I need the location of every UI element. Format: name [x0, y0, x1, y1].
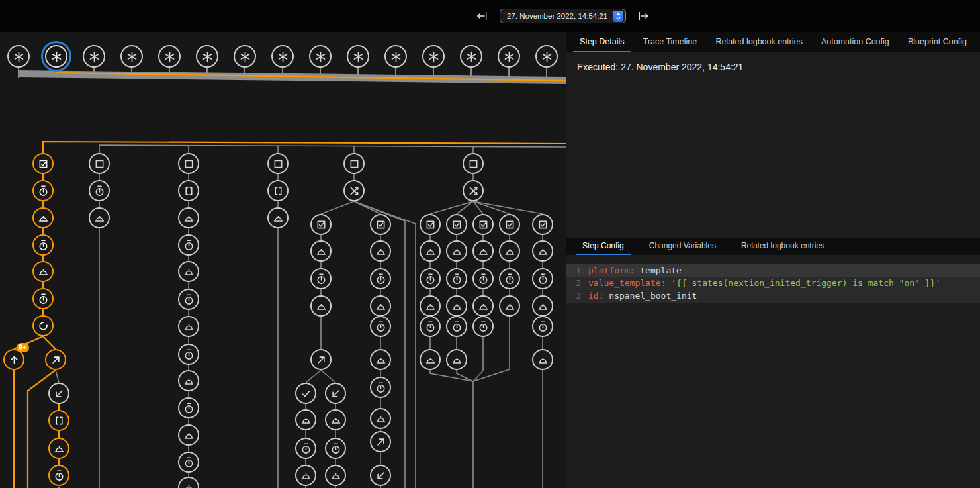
trace-node-asterisk-icon[interactable] [498, 45, 520, 68]
trace-node-square-icon[interactable] [463, 153, 484, 174]
trace-node-service-icon[interactable] [420, 240, 441, 262]
trace-node-timer-icon[interactable] [178, 397, 199, 418]
trace-node-arrow-ne-icon[interactable] [310, 349, 332, 370]
trace-node-service-icon[interactable] [178, 477, 199, 488]
trace-node-checkbox-icon[interactable] [370, 214, 391, 235]
trace-node-timer-icon[interactable] [178, 452, 199, 473]
trace-node-checkbox-icon[interactable] [420, 214, 441, 235]
trace-node-asterisk-icon[interactable] [120, 45, 143, 68]
tab-step-details[interactable]: Step Details [573, 32, 631, 52]
trace-node-service-icon[interactable] [325, 465, 346, 486]
trace-node-checkbox-icon[interactable] [446, 214, 467, 235]
trace-node-asterisk-icon[interactable] [535, 45, 558, 68]
trace-node-timer-icon[interactable] [48, 465, 69, 486]
trace-node-service-icon[interactable] [532, 295, 553, 317]
yaml-editor[interactable]: 1platform: template2value_template: '{{ … [566, 264, 980, 303]
trace-node-service-icon[interactable] [295, 465, 316, 486]
trace-node-square-icon[interactable] [267, 153, 289, 174]
trace-node-service-icon[interactable] [446, 295, 467, 317]
previous-run-button[interactable] [474, 8, 490, 24]
trace-node-service-icon[interactable] [370, 240, 391, 262]
tab-blueprint-config[interactable]: Blueprint Config [901, 32, 973, 52]
subtab-step-config[interactable]: Step Config [576, 238, 631, 255]
trace-node-service-icon[interactable] [446, 349, 467, 370]
trace-node-arrow-ne-icon[interactable] [370, 431, 391, 452]
trace-node-service-icon[interactable] [32, 207, 54, 228]
trace-node-service-icon[interactable] [370, 349, 391, 370]
trace-node-service-icon[interactable] [295, 409, 316, 430]
trace-node-check-icon[interactable] [295, 383, 316, 404]
trace-node-asterisk-icon[interactable] [422, 45, 445, 68]
trace-node-timer-icon[interactable] [370, 377, 391, 398]
trace-node-asterisk-icon[interactable] [347, 45, 369, 68]
trace-node-checkbox-icon[interactable] [310, 214, 332, 235]
trace-node-asterisk-icon[interactable] [234, 45, 256, 68]
trace-node-service-icon[interactable] [532, 349, 553, 370]
tab-trace-timeline[interactable]: Trace Timeline [637, 32, 704, 52]
trace-node-service-icon[interactable] [178, 207, 199, 228]
next-run-button[interactable] [636, 8, 652, 24]
trace-node-timer-icon[interactable] [178, 344, 199, 365]
trace-node-timer-icon[interactable] [446, 316, 467, 337]
trace-node-square-icon[interactable] [343, 153, 365, 174]
trace-node-timer-icon[interactable] [370, 268, 391, 289]
trace-node-timer-icon[interactable] [310, 268, 332, 289]
trace-node-service-icon[interactable] [472, 295, 494, 317]
trace-node-service-icon[interactable] [532, 240, 553, 262]
trace-node-service-icon[interactable] [178, 316, 199, 337]
trace-node-timer-icon[interactable] [32, 288, 54, 309]
trace-node-service-icon[interactable] [310, 240, 332, 262]
trace-node-service-icon[interactable] [325, 409, 346, 430]
trace-node-timer-icon[interactable] [325, 438, 346, 459]
trace-node-square-icon[interactable] [178, 153, 199, 174]
trace-node-timer-icon[interactable] [532, 316, 553, 337]
trace-node-asterisk-icon[interactable] [384, 45, 407, 68]
trace-node-checkbox-icon[interactable] [499, 214, 520, 235]
trace-node-arrow-sw-icon[interactable] [48, 383, 69, 404]
trace-node-service-icon[interactable] [178, 261, 199, 282]
trace-node-asterisk-icon[interactable] [271, 45, 294, 68]
trace-node-asterisk-icon[interactable] [7, 45, 30, 68]
trace-node-service-icon[interactable] [499, 240, 520, 262]
trace-node-service-icon[interactable] [499, 295, 520, 317]
trace-node-asterisk-icon[interactable] [196, 45, 218, 68]
trace-node-timer-icon[interactable] [446, 268, 467, 289]
trace-node-asterisk-icon[interactable] [309, 45, 332, 68]
trace-node-checkbox-icon[interactable] [472, 214, 494, 235]
trace-node-timer-icon[interactable] [420, 316, 441, 337]
trace-node-service-icon[interactable] [420, 349, 441, 370]
trace-node-checkbox-icon[interactable] [532, 214, 553, 235]
subtab-changed-variables[interactable]: Changed Variables [643, 238, 723, 255]
trace-node-timer-icon[interactable] [532, 268, 553, 289]
trace-node-shuffle-icon[interactable] [463, 180, 484, 201]
trace-node-service-icon[interactable] [446, 240, 467, 262]
tab-related-logbook-entries[interactable]: Related logbook entries [709, 32, 809, 52]
trace-node-service-icon[interactable] [32, 261, 54, 282]
trace-node-timer-icon[interactable] [499, 268, 520, 289]
trace-node-asterisk-icon[interactable] [460, 45, 482, 68]
trace-node-brackets-icon[interactable] [178, 180, 199, 201]
trace-node-service-icon[interactable] [370, 295, 391, 317]
trace-node-service-icon[interactable] [370, 408, 391, 429]
trace-node-shuffle-icon[interactable] [343, 180, 365, 201]
trace-node-arrow-sw-icon[interactable] [370, 465, 391, 486]
trace-node-timer-icon[interactable] [32, 234, 54, 256]
tab-automation-config[interactable]: Automation Config [815, 32, 896, 52]
trace-node-asterisk-icon[interactable] [45, 45, 67, 68]
trace-node-service-icon[interactable] [420, 295, 441, 317]
trace-node-service-icon[interactable] [472, 240, 494, 262]
trace-node-timer-icon[interactable] [420, 268, 441, 289]
trace-node-checkbox-icon[interactable] [32, 153, 54, 174]
trace-node-service-icon[interactable] [89, 207, 110, 228]
trace-node-service-icon[interactable] [267, 207, 289, 228]
trace-node-service-icon[interactable] [178, 370, 199, 391]
trace-node-timer-icon[interactable] [178, 289, 199, 310]
trace-node-timer-icon[interactable] [370, 316, 391, 337]
trace-node-brackets-icon[interactable] [267, 180, 289, 201]
trace-node-timer-icon[interactable] [178, 234, 199, 256]
trace-node-timer-icon[interactable] [472, 316, 494, 337]
trace-node-timer-icon[interactable] [89, 180, 110, 201]
run-select[interactable]: 27. November 2022, 14:54:21 [500, 9, 626, 23]
trace-node-arrow-sw-icon[interactable] [325, 383, 346, 404]
trace-node-timer-icon[interactable] [32, 180, 54, 201]
